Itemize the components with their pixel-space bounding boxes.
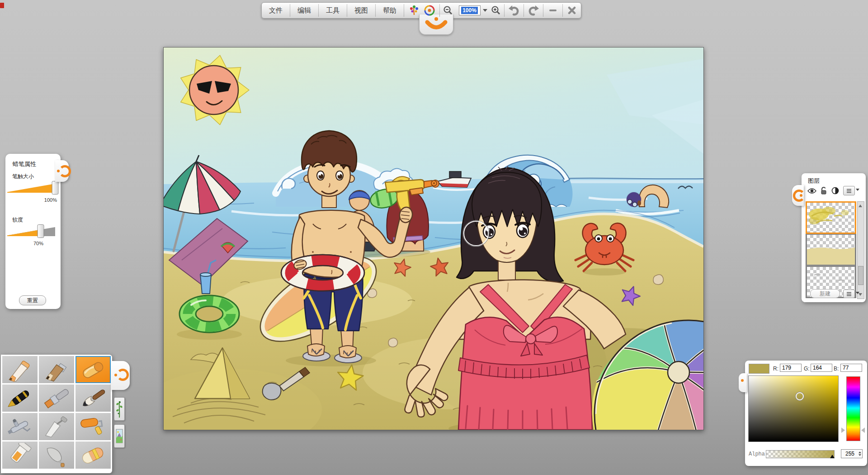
b-input[interactable] — [840, 364, 862, 372]
layers-title: 图层 — [808, 177, 820, 185]
menu-lines-icon — [846, 292, 852, 296]
menu-view[interactable]: 视图 — [347, 3, 375, 18]
brush-size-handle[interactable] — [52, 181, 59, 195]
menu-file[interactable]: 文件 — [262, 3, 290, 18]
reset-button[interactable]: 重置 — [19, 295, 46, 305]
sv-cursor-ring — [796, 392, 804, 400]
zoom-dropdown-arrow-icon[interactable] — [483, 9, 487, 12]
saturation-value-picker[interactable] — [748, 375, 839, 442]
alpha-slider[interactable] — [766, 450, 835, 458]
current-color-swatch — [749, 364, 769, 374]
layer-thumbnail-2[interactable] — [807, 235, 855, 265]
tool-paint-roller[interactable] — [75, 413, 111, 440]
menu-help[interactable]: 帮助 — [376, 3, 404, 18]
brush-size-label: 笔触大小 — [12, 173, 34, 180]
tool-paint-bottle[interactable] — [2, 442, 38, 469]
drawing-canvas[interactable] — [163, 47, 704, 430]
rainbow-swirl-icon[interactable] — [424, 5, 435, 16]
zoom-out-button[interactable] — [440, 3, 456, 18]
layer-visibility-button[interactable] — [807, 187, 817, 195]
layer-scrollbar[interactable] — [857, 201, 864, 299]
r-input[interactable] — [780, 364, 802, 372]
reference-image-button[interactable] — [114, 424, 125, 448]
tool-flat-brush[interactable] — [39, 385, 74, 412]
menu-lines-icon — [846, 189, 852, 193]
alpha-label: Alpha — [749, 451, 765, 457]
zoom-out-icon — [443, 5, 453, 15]
zoom-level-value: 100% — [461, 7, 478, 14]
minimize-button[interactable] — [543, 3, 562, 18]
brush-size-value: 100% — [44, 197, 57, 203]
layers-bottom-menu-button[interactable] — [843, 290, 855, 298]
color-picker-panel: R: G: B: Alpha 255 — [745, 361, 867, 466]
layer-lock-button[interactable] — [820, 186, 828, 195]
minimize-icon — [549, 9, 557, 12]
layer-list — [806, 201, 856, 298]
main-toolbar: 文件 编辑 工具 视图 帮助 100% — [261, 2, 581, 19]
layers-panel: 图层 — [802, 173, 866, 302]
zoom-level-field[interactable]: 100% — [459, 5, 481, 15]
tool-sharp-pencil[interactable] — [2, 356, 38, 383]
zoom-in-button[interactable] — [488, 3, 504, 18]
softness-slider[interactable] — [7, 225, 55, 237]
tool-ink-brush[interactable] — [75, 385, 111, 412]
layers-bottom-caret[interactable] — [856, 292, 859, 294]
eye-icon — [807, 188, 816, 194]
tool-palette-knife[interactable] — [39, 413, 74, 440]
zoom-in-icon — [491, 5, 501, 15]
hue-arrow-right-icon[interactable] — [861, 428, 865, 433]
g-label: G: — [804, 366, 810, 372]
softness-handle[interactable] — [38, 224, 44, 238]
stickers-plant-button[interactable] — [114, 397, 125, 421]
undo-button[interactable] — [505, 3, 524, 18]
hue-slider[interactable] — [846, 376, 860, 441]
half-circle-icon — [831, 187, 839, 195]
mini-picture-icon — [116, 427, 123, 446]
clown-smile-icon — [423, 20, 450, 32]
tool-crayon[interactable] — [75, 356, 111, 383]
softness-label: 软度 — [12, 216, 23, 224]
tool-wood-pencil[interactable] — [39, 356, 74, 383]
menu-tools[interactable]: 工具 — [319, 3, 347, 18]
hue-arrow-left-icon[interactable] — [841, 428, 845, 433]
scroll-up-icon[interactable] — [858, 203, 863, 209]
b-label: B: — [834, 366, 839, 372]
tool-airbrush[interactable] — [2, 413, 38, 440]
screen-corner-marker — [0, 3, 4, 8]
tool-fountain-pen[interactable] — [2, 385, 38, 412]
layer-blend-button[interactable] — [830, 186, 840, 195]
alpha-up-icon[interactable] — [859, 451, 861, 453]
plant-sprig-icon — [116, 399, 123, 418]
layer-thumbnail-1[interactable] — [807, 203, 855, 233]
alpha-spinner[interactable]: 255 — [841, 449, 863, 458]
alpha-value: 255 — [841, 451, 859, 457]
softness-value: 70% — [33, 241, 43, 246]
scroll-thumb[interactable] — [858, 266, 863, 285]
redo-icon — [528, 5, 539, 16]
new-layer-button[interactable]: 新建 — [810, 289, 840, 298]
redo-button[interactable] — [524, 3, 543, 18]
layer-menu-caret[interactable] — [856, 189, 859, 191]
tool-palette-handle[interactable] — [111, 361, 130, 390]
app-window: { "toolbar": { "menus": [ {"label":"文件"}… — [0, 0, 868, 475]
crayon-panel-handle[interactable] — [55, 160, 69, 182]
brush-size-slider[interactable] — [7, 182, 55, 194]
close-button[interactable] — [563, 3, 581, 18]
zoom-level-combo[interactable]: 100% — [456, 3, 488, 18]
alpha-marker-icon[interactable] — [830, 455, 835, 458]
panel-title: 蜡笔属性 — [13, 160, 36, 168]
color-panel-handle[interactable] — [739, 373, 747, 392]
beach-scene-illustration — [164, 48, 703, 430]
g-input[interactable] — [811, 364, 832, 372]
tool-pastel-stick[interactable] — [75, 442, 111, 469]
alpha-down-icon[interactable] — [859, 454, 861, 456]
menu-edit[interactable]: 编辑 — [290, 3, 318, 18]
tool-palette — [1, 355, 112, 473]
undo-icon — [508, 5, 520, 16]
layers-panel-handle[interactable] — [792, 185, 804, 206]
layer-menu-button[interactable] — [843, 186, 855, 195]
app-logo-group — [404, 3, 439, 18]
r-label: R: — [773, 366, 778, 372]
tool-smudge-stump[interactable] — [39, 442, 74, 469]
rainbow-brush-icon[interactable] — [408, 5, 420, 16]
